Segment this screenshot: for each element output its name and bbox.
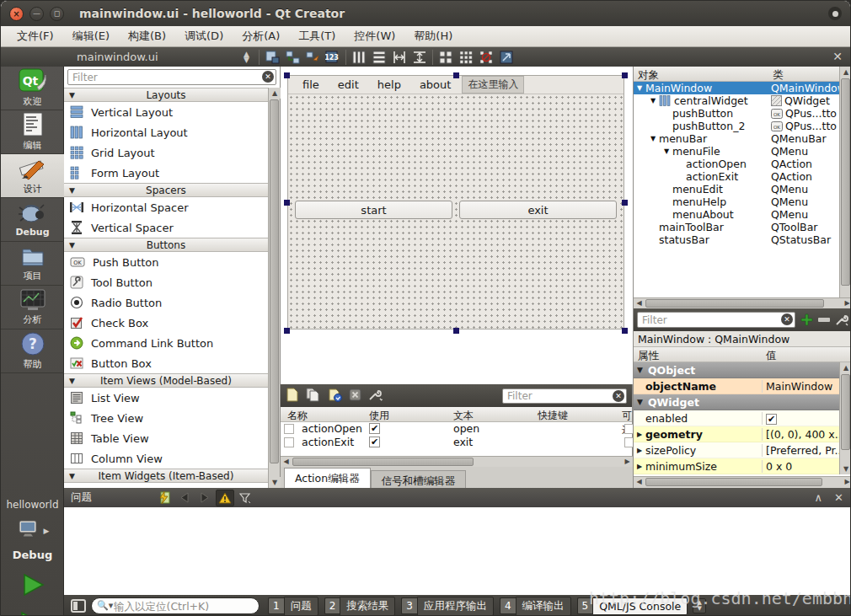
app-menu-item[interactable]: 帮助(H) <box>404 26 462 46</box>
widget-box-section-buttons[interactable]: ▼Buttons <box>64 238 269 252</box>
widget-item-check-box[interactable]: Check Box <box>64 313 269 333</box>
object-row-mainToolBar[interactable]: mainToolBarQToolBar <box>634 221 840 233</box>
selection-handle[interactable] <box>622 200 628 206</box>
selection-handle[interactable] <box>453 72 459 78</box>
form-type-here[interactable]: 在这里输入 <box>462 76 524 94</box>
adjust-size-icon[interactable] <box>496 48 516 66</box>
object-row-menuHelp[interactable]: menuHelpQMenu <box>634 196 840 208</box>
action-column-3[interactable]: 快捷键 <box>538 409 568 423</box>
app-menu-item[interactable]: 调试(D) <box>175 26 233 46</box>
widget-item-push-button[interactable]: OKPush Button <box>64 252 269 272</box>
output-pane-button-编译输出[interactable]: 4编译输出 <box>500 597 571 614</box>
form-menu-edit[interactable]: edit <box>330 77 367 93</box>
start-debugging-button[interactable] <box>19 611 47 616</box>
clear-filter-icon[interactable]: ✕ <box>262 71 274 83</box>
action-used-checkbox[interactable]: ✔ <box>369 437 380 447</box>
clear-filter-icon[interactable]: ✕ <box>613 390 624 402</box>
property-value[interactable]: [(0, 0), 400 x... <box>762 428 840 441</box>
widget-box-scrollbar[interactable]: ▲ ▼ <box>268 88 280 488</box>
object-row-pushButton_2[interactable]: pushButton_2OKQPus...tto <box>634 120 840 132</box>
lay-form-icon[interactable] <box>436 48 456 66</box>
tab-信号和槽编辑器[interactable]: 信号和槽编辑器 <box>371 470 467 488</box>
flash-icon[interactable] <box>155 490 174 506</box>
action-column-1[interactable]: 使用 <box>369 409 389 423</box>
delete-action-icon[interactable] <box>349 388 361 404</box>
action-column-2[interactable]: 文本 <box>453 409 474 423</box>
property-row-geometry[interactable]: ▶geometry[(0, 0), 400 x... <box>634 426 840 442</box>
class-column-header[interactable]: 类 <box>773 68 784 83</box>
close-window-icon[interactable]: × <box>9 7 24 21</box>
expand-arrow-icon[interactable]: ▼ <box>637 84 645 92</box>
selection-handle[interactable] <box>622 328 628 334</box>
selection-handle[interactable] <box>453 328 459 334</box>
toggle-sidebar-icon[interactable] <box>71 599 86 613</box>
collapse-pane-icon[interactable]: ∧ <box>815 491 823 504</box>
lay-horizontal-icon[interactable] <box>349 48 369 66</box>
project-target-selector[interactable]: helloworld ▶ Debug <box>1 436 64 561</box>
property-row-objectName[interactable]: objectNameMainWindow <box>634 378 840 394</box>
widget-item-command-link-button[interactable]: Command Link Button <box>64 333 269 353</box>
property-group-QWidget[interactable]: ▼QWidget <box>634 394 840 410</box>
mode-Debug[interactable]: Debug <box>1 198 64 242</box>
object-inspector-vscrollbar[interactable]: ▲ <box>839 67 851 297</box>
object-row-menuEdit[interactable]: menuEditQMenu <box>634 183 840 196</box>
property-row-sizePolicy[interactable]: ▶sizePolicy[Preferred, Pr... <box>634 442 840 458</box>
object-row-menuBar[interactable]: ▼menuBarQMenuBar <box>634 132 840 145</box>
property-editor-hscrollbar[interactable]: ◀ ▶ <box>634 476 851 488</box>
configure-property-editor-icon[interactable] <box>835 313 848 327</box>
scroll-left-icon[interactable]: ◀ <box>634 298 645 308</box>
edit-widgets-icon[interactable] <box>262 48 282 66</box>
object-row-statusBar[interactable]: statusBarQStatusBar <box>634 233 840 246</box>
form-canvas[interactable]: startexit <box>288 94 624 329</box>
widget-item-button-box[interactable]: Button Box <box>64 353 269 373</box>
property-value[interactable]: ✔ <box>762 412 840 425</box>
object-row-MainWindow[interactable]: ▼MainWindowQMainWindow <box>634 82 840 94</box>
form-menu-file[interactable]: file <box>295 77 327 93</box>
widget-item-vertical-layout[interactable]: Vertical Layout <box>64 102 269 122</box>
expand-arrow-icon[interactable]: ▶ <box>634 463 645 470</box>
value-column-header[interactable]: 值 <box>766 349 777 363</box>
scroll-up-icon[interactable]: ▲ <box>840 67 851 78</box>
paste-action-icon[interactable] <box>327 388 342 404</box>
app-menu-item[interactable]: 控件(W) <box>345 26 404 46</box>
widget-item-tree-view[interactable]: Tree View <box>64 408 269 428</box>
selection-handle[interactable] <box>622 72 628 78</box>
output-pane-button-应用程序输出[interactable]: 3应用程序输出 <box>401 597 494 614</box>
widget-item-vertical-spacer[interactable]: Vertical Spacer <box>64 217 269 238</box>
output-pane-button-问题[interactable]: 1问题 <box>268 597 318 614</box>
warning-icon[interactable] <box>216 490 234 506</box>
run-button[interactable] <box>20 572 45 600</box>
widget-box-section-item-views-model-based-[interactable]: ▼Item Views (Model-Based) <box>64 373 269 388</box>
scroll-right-icon[interactable]: ▶ <box>842 298 851 308</box>
action-editor-hscrollbar[interactable]: ◀ ▶ <box>281 456 633 467</box>
expand-arrow-icon[interactable]: ▶ <box>634 431 645 438</box>
property-filter-input[interactable] <box>637 312 795 328</box>
property-column-header[interactable]: 属性 <box>638 349 659 363</box>
mode-设计[interactable]: 设计 <box>1 154 64 198</box>
maximize-window-icon[interactable]: ◻ <box>50 7 64 21</box>
mode-帮助[interactable]: ?帮助 <box>1 329 64 373</box>
output-pane-spinner[interactable]: ▲▼ <box>693 598 706 613</box>
edit-signals-icon[interactable] <box>282 48 302 66</box>
object-row-pushButton[interactable]: pushButtonOKQPus...tto <box>634 107 840 120</box>
clear-filter-icon[interactable]: ✕ <box>781 313 793 325</box>
lay-grid-icon[interactable] <box>456 48 476 66</box>
object-row-menuAbout[interactable]: menuAboutQMenu <box>634 208 840 221</box>
object-row-menuFile[interactable]: ▼menuFileQMenu <box>634 145 840 158</box>
object-column-header[interactable]: 对象 <box>638 68 659 83</box>
copy-action-icon[interactable] <box>305 388 320 404</box>
selection-handle[interactable] <box>284 200 290 206</box>
scroll-right-icon[interactable]: ▶ <box>622 457 633 467</box>
form-menu-about[interactable]: about <box>412 77 459 93</box>
app-menu-item[interactable]: 构建(B) <box>119 26 175 46</box>
action-row-actionExit[interactable]: actionExit✔exit <box>281 436 632 449</box>
edit-buddies-icon[interactable] <box>302 48 323 66</box>
widget-item-list-view[interactable]: List View <box>64 388 269 408</box>
scroll-down-icon[interactable]: ▼ <box>269 477 281 488</box>
mode-分析[interactable]: 分析 <box>1 286 64 329</box>
property-editor-vscrollbar[interactable]: ▲ ▼ <box>839 362 851 474</box>
property-row-minimumSize[interactable]: ▶minimumSize0 x 0 <box>634 458 840 474</box>
open-document-selector[interactable]: mainwindow.ui ▲▼ <box>67 48 256 66</box>
property-value[interactable]: 0 x 0 <box>762 460 840 473</box>
scroll-down-icon[interactable]: ▼ <box>840 463 851 474</box>
